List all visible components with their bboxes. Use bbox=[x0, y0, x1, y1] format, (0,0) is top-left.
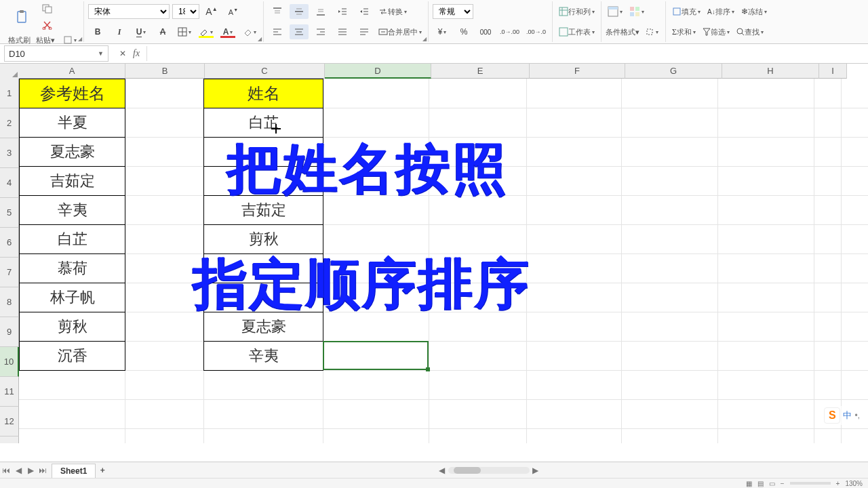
row-header-6[interactable]: 6 bbox=[0, 228, 19, 258]
cell-C2[interactable]: 白芷 bbox=[203, 108, 323, 138]
crop-button[interactable]: ▾ bbox=[642, 24, 661, 39]
column-header-G[interactable]: G bbox=[625, 64, 722, 79]
increase-decimal-button[interactable]: .0→.00 bbox=[498, 24, 521, 39]
svg-rect-52 bbox=[630, 12, 634, 16]
row-header-9[interactable]: 9 bbox=[0, 317, 19, 347]
row-header-7[interactable]: 7 bbox=[0, 258, 19, 287]
column-header-H[interactable]: H bbox=[722, 64, 819, 79]
font-size-select[interactable]: 18 bbox=[172, 4, 199, 19]
row-header-10[interactable]: 10 bbox=[0, 347, 19, 377]
cell-A3[interactable]: 夏志豪 bbox=[19, 137, 125, 167]
sum-button[interactable]: Σ 求和▾ bbox=[670, 24, 698, 39]
row-header-4[interactable]: 4 bbox=[0, 168, 19, 198]
find-button[interactable]: 查找▾ bbox=[734, 24, 766, 39]
clipboard-launcher-icon[interactable]: ◢ bbox=[78, 36, 82, 42]
column-header-B[interactable]: B bbox=[125, 64, 205, 79]
styles-group: ▾ ▾ 条件格式▾ ▾ bbox=[601, 1, 666, 42]
cell-A10[interactable]: 沉香 bbox=[19, 341, 125, 371]
column-header-F[interactable]: F bbox=[530, 64, 625, 79]
font-launcher-icon[interactable]: ◢ bbox=[258, 36, 262, 42]
row-header-13[interactable]: 13 bbox=[0, 436, 19, 443]
cell-A7[interactable]: 慕荷 bbox=[19, 253, 125, 283]
column-header-C[interactable]: C bbox=[205, 64, 325, 79]
align-bottom-button[interactable] bbox=[311, 4, 330, 19]
strike-button[interactable]: A bbox=[153, 24, 172, 39]
table-style-button[interactable]: ▾ bbox=[606, 4, 625, 19]
align-right-button[interactable] bbox=[311, 24, 330, 39]
convert-button[interactable]: 转换▾ bbox=[376, 4, 409, 19]
cell-A6[interactable]: 白芷 bbox=[19, 224, 125, 254]
column-header-E[interactable]: E bbox=[431, 64, 530, 79]
cell-style-button[interactable]: ▾ bbox=[627, 4, 646, 19]
currency-button[interactable]: ¥▾ bbox=[433, 24, 452, 39]
cond-fmt-button[interactable]: 条件格式▾ bbox=[606, 27, 639, 37]
row-header-2[interactable]: 2 bbox=[0, 108, 19, 138]
column-header-A[interactable]: A bbox=[19, 64, 125, 79]
name-box[interactable]: D10 ▼ bbox=[4, 45, 108, 62]
highlight-button[interactable]: ▾ bbox=[197, 24, 216, 39]
align-top-button[interactable] bbox=[268, 4, 287, 19]
align-left-button[interactable] bbox=[268, 24, 287, 39]
copy-button[interactable] bbox=[38, 1, 57, 16]
border-button[interactable]: ▾ bbox=[175, 24, 194, 39]
percent-button[interactable]: % bbox=[454, 24, 473, 39]
column-header-D[interactable]: D bbox=[325, 64, 431, 79]
cell-A4[interactable]: 吉茹定 bbox=[19, 166, 125, 196]
cell-A5[interactable]: 辛夷 bbox=[19, 195, 125, 225]
spreadsheet-grid[interactable]: ABCDEFGHI 12345678910111213 参考姓名半夏夏志豪吉茹定… bbox=[0, 64, 868, 443]
align-launcher-icon[interactable]: ◢ bbox=[422, 36, 427, 42]
merge-button[interactable]: 合并居中▾ bbox=[376, 24, 424, 39]
line-col-button[interactable]: 行和列▾ bbox=[557, 4, 597, 19]
decrease-decimal-button[interactable]: .00→.0 bbox=[524, 24, 548, 39]
comma-button[interactable]: 000 bbox=[476, 24, 495, 39]
format-painter-label[interactable]: 格式刷 bbox=[8, 35, 31, 45]
bold-button[interactable]: B bbox=[88, 24, 107, 39]
italic-button[interactable]: I bbox=[110, 24, 129, 39]
clear-format-button[interactable]: ▾ bbox=[240, 24, 259, 39]
row-header-12[interactable]: 12 bbox=[0, 407, 19, 436]
font-name-select[interactable]: 宋体 bbox=[88, 4, 170, 19]
cell-C5[interactable]: 吉茹定 bbox=[203, 195, 323, 225]
clipboard-more-button[interactable]: ▾ bbox=[60, 33, 79, 47]
fx-icon[interactable]: fx bbox=[133, 48, 140, 59]
font-color-button[interactable]: A ▾ bbox=[218, 24, 237, 39]
cell-A9[interactable]: 剪秋 bbox=[19, 312, 125, 342]
increase-indent-button[interactable] bbox=[355, 4, 374, 19]
decrease-indent-button[interactable] bbox=[333, 4, 352, 19]
justify-button[interactable] bbox=[333, 24, 352, 39]
increase-font-button[interactable]: A▲ bbox=[202, 4, 221, 19]
number-format-select[interactable]: 常规 bbox=[433, 4, 473, 19]
select-all-corner[interactable] bbox=[0, 64, 20, 79]
cell-C6[interactable]: 剪秋 bbox=[203, 224, 323, 254]
filter-button[interactable]: 筛选▾ bbox=[701, 24, 732, 39]
align-center-button[interactable] bbox=[290, 24, 309, 39]
paste-label[interactable]: 粘贴▾ bbox=[36, 35, 55, 45]
cut-icon bbox=[42, 20, 53, 30]
row-header-5[interactable]: 5 bbox=[0, 198, 19, 228]
align-middle-button[interactable] bbox=[290, 4, 309, 19]
cancel-formula-icon[interactable]: ✕ bbox=[119, 49, 126, 58]
freeze-button[interactable]: ❄ 冻结▾ bbox=[739, 4, 769, 19]
formula-bar: D10 ▼ ✕ fx bbox=[0, 44, 868, 64]
column-header-I[interactable]: I bbox=[819, 64, 847, 79]
underline-button[interactable]: U▾ bbox=[132, 24, 151, 39]
cell-C9[interactable]: 夏志豪 bbox=[203, 312, 323, 342]
cell-C10[interactable]: 辛夷 bbox=[203, 341, 323, 371]
row-header-1[interactable]: 1 bbox=[0, 79, 19, 108]
row-header-11[interactable]: 11 bbox=[0, 377, 19, 407]
decrease-font-button[interactable]: A▼ bbox=[224, 4, 243, 19]
distribute-button[interactable] bbox=[355, 24, 374, 39]
cell-A1[interactable]: 参考姓名 bbox=[19, 79, 125, 108]
worksheet-button[interactable]: 工作表▾ bbox=[557, 24, 597, 39]
formula-input[interactable] bbox=[146, 46, 868, 61]
copy-icon bbox=[42, 4, 53, 14]
sort-button[interactable]: A↓ 排序▾ bbox=[705, 4, 736, 19]
row-header-3[interactable]: 3 bbox=[0, 138, 19, 168]
cell-A8[interactable]: 林子帆 bbox=[19, 283, 125, 312]
cut-button[interactable] bbox=[38, 18, 57, 33]
cell-C1[interactable]: 姓名 bbox=[203, 79, 323, 108]
paste-button[interactable] bbox=[8, 2, 35, 32]
fill-button[interactable]: 填充▾ bbox=[670, 4, 703, 19]
cell-A2[interactable]: 半夏 bbox=[19, 108, 125, 138]
row-header-8[interactable]: 8 bbox=[0, 287, 19, 317]
